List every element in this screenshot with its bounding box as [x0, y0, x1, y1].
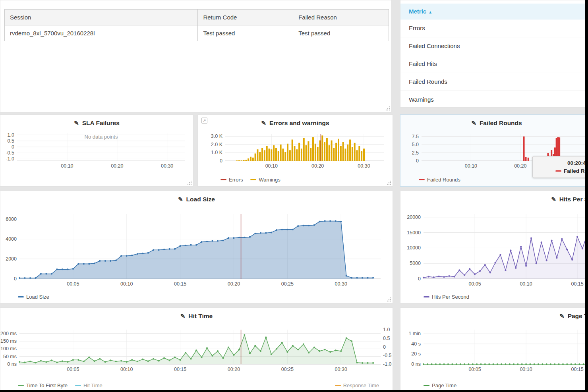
- tooltip-series-label: Failed Rounds: [564, 168, 585, 174]
- legend-label: Load Size: [26, 294, 49, 300]
- edit-icon[interactable]: ✎: [551, 196, 556, 203]
- legend-label: Failed Rounds: [427, 177, 460, 183]
- svg-text:-1.0: -1.0: [383, 361, 392, 367]
- svg-text:00:25: 00:25: [281, 281, 294, 287]
- svg-text:0 ns: 0 ns: [7, 361, 17, 367]
- svg-text:00:20: 00:20: [514, 163, 526, 169]
- svg-text:4000: 4000: [6, 236, 17, 242]
- metric-row-failed-rounds[interactable]: Failed Rounds: [400, 73, 585, 91]
- svg-text:00:15: 00:15: [174, 281, 186, 287]
- metric-row-failed-connections[interactable]: Failed Connections: [400, 37, 585, 55]
- svg-text:00:20: 00:20: [111, 163, 123, 169]
- hits-per-second-chart[interactable]: 0500010000150002000000:0500:1000:1500:20…: [400, 191, 585, 303]
- svg-text:10000: 10000: [407, 245, 421, 251]
- edit-icon[interactable]: ✎: [74, 120, 79, 126]
- metric-row-failed-hits[interactable]: Failed Hits: [400, 55, 585, 73]
- panel-title-row: ✎Hit Time: [0, 313, 393, 320]
- metric-row-errors[interactable]: Errors: [400, 19, 585, 37]
- legend-swatch: [250, 179, 256, 180]
- panel-title: SLA Failures: [82, 120, 120, 126]
- svg-text:20000: 20000: [407, 214, 421, 220]
- session-table: Session Return Code Failed Reason rvdemo…: [4, 9, 389, 41]
- legend-item[interactable]: Load Size: [18, 294, 49, 300]
- svg-text:00:10: 00:10: [61, 163, 73, 169]
- edit-icon[interactable]: ✎: [180, 313, 186, 319]
- panel-hit-time: ✎Hit Time 0 ns50 ms100 ms150 ms200 ms00:…: [0, 307, 393, 390]
- legend-label: Warnings: [259, 177, 280, 183]
- panel-title-row: ✎Page Time: [400, 313, 585, 320]
- column-header-return-code[interactable]: Return Code: [198, 10, 293, 25]
- svg-text:00:05: 00:05: [468, 367, 481, 372]
- edit-icon[interactable]: ✎: [559, 313, 565, 319]
- metric-column-header[interactable]: Metric▲: [400, 4, 585, 19]
- svg-text:1.0: 1.0: [8, 132, 14, 138]
- legend-item[interactable]: Warnings: [250, 177, 280, 183]
- session-table-header-row: Session Return Code Failed Reason: [5, 10, 389, 25]
- svg-text:50 ms: 50 ms: [3, 354, 17, 359]
- panel-hits-per-second: ✎Hits Per Second 0500010000150002000000:…: [400, 191, 585, 303]
- svg-text:-0.5: -0.5: [6, 150, 14, 156]
- svg-text:00:10: 00:10: [265, 163, 278, 169]
- edit-icon[interactable]: ✎: [261, 120, 266, 126]
- svg-text:0: 0: [12, 144, 14, 150]
- legend-label: Page Time: [432, 382, 456, 388]
- chart-legend: Page Time: [424, 382, 456, 388]
- svg-text:0 ns: 0 ns: [411, 361, 421, 367]
- chart-legend: Failed Rounds: [419, 177, 460, 183]
- svg-text:6000: 6000: [6, 216, 17, 222]
- legend-label: Response Time: [343, 382, 379, 388]
- metric-header-label: Metric: [409, 8, 426, 15]
- panel-page-time: ✎Page Time 0 ns20 s40 s1 min00:0500:1000…: [400, 307, 585, 390]
- load-size-chart[interactable]: 020004000600000:0500:1000:1500:2000:2500…: [0, 191, 393, 303]
- legend-label: Time To First Byte: [26, 382, 68, 388]
- resize-handle-icon[interactable]: [187, 180, 192, 185]
- column-header-session[interactable]: Session: [5, 10, 198, 25]
- svg-text:0: 0: [416, 158, 419, 164]
- page-time-chart[interactable]: 0 ns20 s40 s1 min00:0500:1000:1500:2000:…: [400, 308, 585, 390]
- legend-swatch: [220, 179, 226, 180]
- svg-text:200 ms: 200 ms: [0, 331, 17, 336]
- legend-swatch: [419, 179, 425, 180]
- legend-item[interactable]: Errors: [220, 177, 243, 183]
- chart-legend: Load Size: [18, 294, 49, 300]
- resize-handle-icon[interactable]: [385, 106, 390, 111]
- svg-text:100 ms: 100 ms: [0, 346, 17, 351]
- resize-handle-icon[interactable]: [387, 180, 391, 185]
- resize-handle-icon[interactable]: [387, 297, 391, 302]
- column-header-failed-reason[interactable]: Failed Reason: [293, 10, 389, 25]
- svg-text:No data points: No data points: [85, 134, 118, 140]
- legend-item[interactable]: Page Time: [424, 382, 456, 388]
- panel-session-results: Session Return Code Failed Reason rvdemo…: [0, 0, 392, 112]
- panel-title-row: ✎Failed Rounds: [400, 120, 585, 127]
- svg-text:1.0 K: 1.0 K: [211, 150, 223, 155]
- svg-text:00:10: 00:10: [120, 281, 133, 287]
- svg-text:7.5: 7.5: [412, 134, 419, 139]
- legend-item[interactable]: Hits Per Second: [424, 294, 469, 300]
- svg-text:20 s: 20 s: [411, 351, 421, 357]
- panel-title: Page Time: [568, 313, 585, 319]
- svg-text:00:05: 00:05: [67, 281, 79, 287]
- svg-text:00:30: 00:30: [161, 163, 173, 169]
- svg-text:00:30: 00:30: [335, 367, 347, 372]
- svg-text:00:20: 00:20: [311, 163, 324, 169]
- legend-item[interactable]: Response Time: [335, 382, 379, 388]
- edit-icon[interactable]: ✎: [178, 196, 183, 203]
- legend-item[interactable]: Failed Rounds: [419, 177, 460, 183]
- panel-sla-failures: ✎SLA Failures 1.00.50-0.5-1.000:1000:200…: [0, 114, 193, 187]
- svg-text:0: 0: [383, 344, 386, 350]
- edit-icon[interactable]: ✎: [471, 120, 476, 126]
- legend-item[interactable]: Hit Time: [75, 382, 103, 388]
- metric-row-warnings[interactable]: Warnings: [400, 91, 585, 108]
- svg-text:0.5: 0.5: [8, 138, 14, 144]
- panel-title: Load Size: [186, 196, 215, 203]
- panel-title-row: ✎Errors and warnings: [198, 120, 393, 127]
- session-table-row[interactable]: rvdemo_8xl_5700vu_20160228l Test passed …: [5, 25, 389, 41]
- session-name-cell: rvdemo_8xl_5700vu_20160228l: [5, 25, 198, 41]
- legend-item[interactable]: Time To First Byte: [18, 382, 68, 388]
- hit-time-chart[interactable]: 0 ns50 ms100 ms150 ms200 ms00:0500:1000:…: [0, 308, 393, 390]
- svg-text:00:10: 00:10: [465, 163, 477, 169]
- svg-text:-1.0: -1.0: [6, 156, 14, 162]
- svg-text:3.0 K: 3.0 K: [211, 133, 223, 139]
- svg-text:00:20: 00:20: [228, 281, 240, 287]
- external-link-icon[interactable]: ↗: [201, 118, 207, 124]
